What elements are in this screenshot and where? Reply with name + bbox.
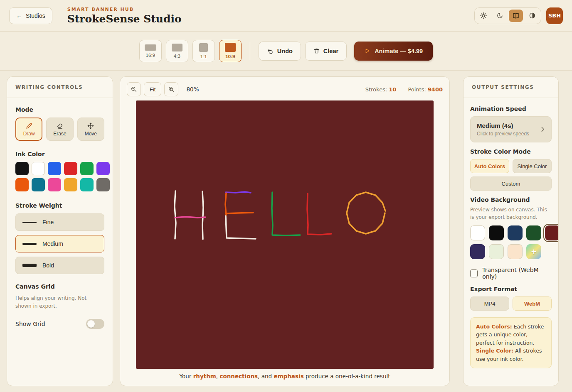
video-bg-swatch[interactable] bbox=[526, 225, 541, 240]
stroke-weight-button[interactable]: Fine bbox=[15, 213, 104, 231]
main-layout: WRITING CONTROLS Mode Draw Erase bbox=[0, 71, 572, 392]
ink-color-swatch[interactable] bbox=[96, 178, 110, 191]
output-settings-title: OUTPUT SETTINGS bbox=[464, 77, 558, 98]
mode-button[interactable]: Move bbox=[77, 118, 104, 141]
ink-color-swatch[interactable] bbox=[80, 178, 94, 191]
move-icon bbox=[87, 122, 94, 130]
show-grid-label: Show Grid bbox=[15, 321, 45, 327]
ink-color-swatch[interactable] bbox=[48, 162, 61, 175]
mode-button[interactable]: Draw bbox=[15, 118, 42, 141]
drawn-stroke bbox=[226, 216, 256, 239]
caption-word-emphasis: emphasis bbox=[274, 373, 303, 380]
stroke-weight-button-label: Fine bbox=[42, 219, 54, 225]
ink-color-swatch[interactable] bbox=[32, 178, 45, 191]
video-bg-swatch[interactable] bbox=[508, 225, 523, 240]
trash-icon bbox=[313, 48, 320, 54]
export-format-button[interactable]: WebM bbox=[513, 296, 552, 311]
stroke-weight-button[interactable]: Medium bbox=[15, 235, 104, 252]
bold-line-sample bbox=[22, 264, 37, 267]
caption-word-rhythm: rhythm bbox=[193, 373, 216, 380]
strokes-stat: Strokes:10 bbox=[365, 86, 397, 93]
canvas-stats: Strokes:10 Points:9400 bbox=[365, 86, 443, 93]
back-to-studios-button[interactable]: ← Studios bbox=[9, 7, 52, 24]
video-bg-swatch[interactable] bbox=[545, 225, 558, 240]
play-icon bbox=[364, 48, 370, 54]
eraser-icon bbox=[56, 122, 64, 130]
speed-hint: Click to preview speeds bbox=[477, 131, 529, 137]
sepia-theme-button[interactable] bbox=[509, 10, 523, 22]
stroke-weight-button[interactable]: Bold bbox=[15, 257, 104, 274]
canvas-grid-description: Helps align your writing. Not shown in e… bbox=[15, 294, 101, 310]
zoom-out-button[interactable] bbox=[127, 82, 141, 96]
points-value: 9400 bbox=[428, 86, 443, 93]
ink-color-swatch[interactable] bbox=[64, 178, 77, 191]
ink-color-swatch[interactable] bbox=[48, 178, 61, 191]
mode-button-label: Move bbox=[85, 131, 97, 137]
mode-button[interactable]: Erase bbox=[46, 118, 73, 141]
dark-theme-button[interactable] bbox=[493, 10, 507, 22]
clear-label: Clear bbox=[323, 48, 338, 54]
theme-switcher bbox=[474, 7, 541, 24]
animation-speed-button[interactable]: Medium (4s) Click to preview speeds bbox=[470, 116, 552, 142]
contrast-theme-button[interactable] bbox=[525, 10, 539, 22]
light-theme-button[interactable] bbox=[476, 10, 491, 22]
video-bg-custom-gradient-swatch[interactable]: + bbox=[526, 244, 541, 259]
drawn-stroke bbox=[175, 217, 205, 218]
clear-button[interactable]: Clear bbox=[305, 42, 347, 61]
color-mode-button[interactable]: Auto Colors bbox=[470, 159, 509, 173]
writing-controls-body: Mode Draw Erase bbox=[7, 98, 113, 337]
ink-color-swatch[interactable] bbox=[80, 162, 94, 175]
aspect-ratio-button[interactable]: 1:1 bbox=[192, 40, 215, 62]
animate-button[interactable]: Animate — $4.99 bbox=[354, 42, 433, 61]
ink-color-swatch[interactable] bbox=[64, 162, 77, 175]
color-mode-row: Auto Colors Single Color Custom bbox=[470, 159, 552, 191]
drawn-stroke bbox=[272, 192, 300, 235]
aspect-ratio-button[interactable]: 4:3 bbox=[166, 40, 188, 62]
contrast-icon bbox=[529, 12, 536, 19]
show-grid-toggle[interactable] bbox=[86, 319, 104, 329]
page-title: StrokeSense Studio bbox=[67, 13, 182, 25]
color-mode-button[interactable]: Single Color bbox=[513, 159, 552, 173]
ink-color-swatch[interactable] bbox=[96, 162, 110, 175]
export-format-button[interactable]: MP4 bbox=[470, 296, 509, 311]
transparent-label: Transparent (WebM only) bbox=[482, 267, 552, 280]
stroke-color-mode-label: Stroke Color Mode bbox=[470, 148, 552, 155]
stroke-weight-button-label: Medium bbox=[42, 240, 63, 247]
aspect-ratio-button[interactable]: 16:9 bbox=[139, 40, 162, 62]
drawn-stroke bbox=[226, 213, 253, 213]
zoom-out-icon bbox=[131, 86, 137, 93]
color-mode-button[interactable]: Custom bbox=[470, 176, 552, 191]
canvas-topbar: Fit 80% Strokes:10 Points:9400 bbox=[120, 77, 449, 100]
zoom-in-icon bbox=[168, 86, 175, 93]
animate-label: Animate — $4.99 bbox=[375, 48, 423, 54]
sun-icon bbox=[480, 12, 487, 20]
aspect-ratio-button[interactable]: 10:9 bbox=[219, 40, 242, 62]
info-term-single-color: Single Color: bbox=[476, 348, 513, 354]
ink-color-grid bbox=[15, 162, 104, 191]
undo-button[interactable]: Undo bbox=[259, 42, 301, 61]
video-bg-swatch[interactable] bbox=[470, 225, 485, 240]
video-background-grid: + bbox=[470, 225, 552, 259]
ink-color-swatch[interactable] bbox=[32, 162, 45, 175]
ink-color-swatch[interactable] bbox=[15, 162, 29, 175]
zoom-in-button[interactable] bbox=[164, 82, 178, 96]
avatar-initials: SBH bbox=[548, 12, 561, 19]
ink-color-swatch[interactable] bbox=[15, 178, 29, 191]
title-block: SMART BANNER HUB StrokeSense Studio bbox=[67, 7, 182, 25]
export-format-row: MP4 WebM bbox=[470, 296, 552, 311]
video-bg-swatch[interactable] bbox=[508, 244, 523, 259]
color-mode-info-box: Auto Colors: Each stroke gets a unique c… bbox=[470, 317, 552, 368]
video-bg-swatch[interactable] bbox=[470, 244, 485, 259]
video-bg-swatch[interactable] bbox=[489, 244, 504, 259]
drawing-svg bbox=[136, 100, 434, 369]
info-term-auto-colors: Auto Colors: bbox=[476, 323, 512, 330]
avatar[interactable]: SBH bbox=[546, 7, 563, 24]
aspect-preview-10-9 bbox=[225, 43, 236, 52]
transparent-row: Transparent (WebM only) bbox=[470, 267, 552, 280]
transparent-checkbox[interactable] bbox=[470, 270, 478, 277]
video-bg-swatch[interactable] bbox=[489, 225, 504, 240]
fit-button[interactable]: Fit bbox=[144, 82, 161, 96]
writing-controls-title: WRITING CONTROLS bbox=[7, 77, 113, 98]
mode-row: Draw Erase Move bbox=[15, 118, 104, 141]
drawing-canvas[interactable] bbox=[136, 100, 434, 369]
